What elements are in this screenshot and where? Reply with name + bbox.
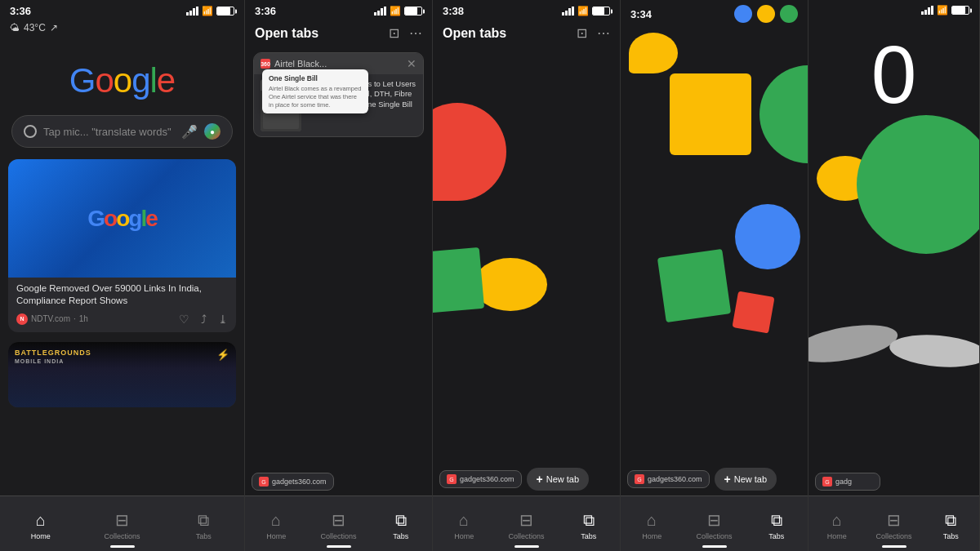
nav-home-5[interactable]: ⌂ Home <box>808 496 866 551</box>
wifi-icon-3: 📶 <box>577 6 589 16</box>
nav-tabs-5[interactable]: ⧉ Tabs <box>922 496 979 551</box>
nav-tabs-label-1: Tabs <box>196 532 212 540</box>
news-source-1: N NDTV.com · 1h <box>16 313 88 325</box>
select-tabs-icon-3[interactable]: ⊡ <box>577 25 587 41</box>
share-icon[interactable]: ⤴ <box>201 313 207 326</box>
tab-favicon: 360 <box>261 59 270 69</box>
search-placeholder: Tap mic... "translate words" <box>43 126 175 138</box>
tab-strip-item-3[interactable]: G gadgets360.com <box>439 470 522 488</box>
nav-collections-1[interactable]: ⊟ Collections <box>82 496 163 551</box>
like-icon[interactable]: ♡ <box>179 313 189 326</box>
shape-red-sq-4 <box>732 291 774 333</box>
shape-lightgrey-5 <box>889 331 979 371</box>
bottom-nav-3: ⌂ Home ⊟ Collections ⧉ Tabs <box>433 495 620 551</box>
tab-tooltip: One Single Bill Airtel Black comes as a … <box>262 69 368 113</box>
more-options-icon-2[interactable]: ⋯ <box>409 25 422 41</box>
location-icon: ↗ <box>50 22 58 33</box>
tabs-icon-1: ⧉ <box>198 511 209 530</box>
status-bar-5: 📶 <box>808 0 979 17</box>
save-icon[interactable]: ⤓ <box>218 313 228 326</box>
shape-green-circle-4 <box>760 65 808 163</box>
tab-strip-5: G gadg <box>808 468 979 495</box>
select-tabs-icon-2[interactable]: ⊡ <box>389 25 399 41</box>
tab-close-btn[interactable]: ✕ <box>407 57 416 70</box>
battery-icon-1 <box>216 7 234 16</box>
mic-icon[interactable]: 🎤 <box>181 124 198 140</box>
nav-collections-4[interactable]: ⊟ Collections <box>683 496 745 551</box>
new-tab-btn-4[interactable]: + New tab <box>715 468 777 491</box>
home-icon-5: ⌂ <box>832 511 842 530</box>
tab-strip-3: G gadgets360.com + New tab <box>433 463 620 495</box>
more-options-icon-3[interactable]: ⋯ <box>597 25 610 41</box>
nav-tabs-3[interactable]: ⧉ Tabs <box>558 496 620 551</box>
new-tab-plus-icon-4: + <box>724 473 731 486</box>
nav-collections-label-1: Collections <box>104 532 140 540</box>
status-time-1: 3:36 <box>10 5 31 17</box>
tab-strip-item-2[interactable]: G gadgets360.com <box>252 473 334 491</box>
tab-strip-favicon-5: G <box>822 477 832 487</box>
shape-blue-circle-4 <box>735 204 800 269</box>
status-icons-1: 📶 <box>186 6 234 16</box>
nav-tabs-label-5: Tabs <box>943 532 959 540</box>
phone-panel-2: 3:36 📶 Open tabs ⊡ ⋯ 360 Airtel Black...… <box>245 0 433 551</box>
weather-icon: 🌤 <box>10 22 20 33</box>
nav-home-label-1: Home <box>31 532 51 540</box>
home-icon-1: ⌂ <box>36 511 46 530</box>
flash-badge: ⚡ <box>216 349 229 361</box>
search-bar[interactable]: Tap mic... "translate words" 🎤 ● <box>11 115 233 148</box>
wifi-icon-2: 📶 <box>390 6 401 16</box>
source-name-1: NDTV.com <box>31 314 70 323</box>
circle-yellow[interactable] <box>757 5 775 23</box>
nav-collections-label-3: Collections <box>508 532 544 540</box>
tab-strip-item-5[interactable]: G gadg <box>815 473 880 491</box>
bottom-nav-1: ⌂ Home ⊟ Collections ⧉ Tabs <box>0 495 244 551</box>
nav-tabs-2[interactable]: ⧉ Tabs <box>370 496 432 551</box>
open-tabs-header-2: Open tabs ⊡ ⋯ <box>245 19 432 46</box>
header-icons-2: ⊡ ⋯ <box>389 25 422 41</box>
source-logo-1: N <box>16 313 28 325</box>
circle-green[interactable] <box>780 5 798 23</box>
nav-collections-2[interactable]: ⊟ Collections <box>307 496 369 551</box>
tab-card-airtel[interactable]: 360 Airtel Black... ✕ Search ⚲ gadgets36… <box>253 52 424 137</box>
news-title-1: Google Removed Over 59000 Links In India… <box>8 278 236 310</box>
new-tab-label-4: New tab <box>734 474 767 484</box>
nav-home-label-3: Home <box>454 532 474 540</box>
nav-tabs-label-4: Tabs <box>768 532 784 540</box>
source-dot-sep: · <box>74 314 76 323</box>
new-tab-btn-3[interactable]: + New tab <box>527 468 590 491</box>
signal-icon-1 <box>186 7 198 16</box>
tooltip-title: One Single Bill <box>269 74 362 82</box>
news-image-battlegrounds: BATTLEGROUNDSMOBILE INDIA ⚡ <box>8 342 236 407</box>
tab-strip-label-3: gadgets360.com <box>460 475 514 483</box>
lens-icon[interactable]: ● <box>204 123 220 140</box>
google-logo: Google <box>0 37 244 109</box>
nav-collections-label-5: Collections <box>875 532 911 540</box>
nav-home-3[interactable]: ⌂ Home <box>433 496 495 551</box>
nav-tabs-1[interactable]: ⧉ Tabs <box>163 496 244 551</box>
nav-tabs-4[interactable]: ⧉ Tabs <box>746 496 808 551</box>
status-bar-2: 3:36 📶 <box>245 0 432 19</box>
news-meta-1: N NDTV.com · 1h ♡ ⤴ ⤓ <box>8 310 236 332</box>
nav-home-1[interactable]: ⌂ Home <box>0 496 82 551</box>
nav-home-4[interactable]: ⌂ Home <box>621 496 683 551</box>
nav-home-label-5: Home <box>827 532 847 540</box>
news-card-battlegrounds[interactable]: BATTLEGROUNDSMOBILE INDIA ⚡ <box>8 342 236 407</box>
circle-blue[interactable] <box>734 5 752 23</box>
battery-icon-3 <box>592 7 610 16</box>
nav-home-2[interactable]: ⌂ Home <box>245 496 307 551</box>
tab-counter: 0 <box>808 17 979 115</box>
tooltip-desc: Airtel Black comes as a revamped One Air… <box>269 85 362 109</box>
tab-site-name: Airtel Black... <box>274 59 327 69</box>
bottom-nav-5: ⌂ Home ⊟ Collections ⧉ Tabs <box>808 495 979 551</box>
weather-temp: 43°C <box>24 22 46 33</box>
header-icons-3: ⊡ ⋯ <box>577 25 610 41</box>
battery-icon-5 <box>951 6 969 15</box>
nav-collections-3[interactable]: ⊟ Collections <box>495 496 557 551</box>
status-icons-3: 📶 <box>562 6 610 16</box>
tab-strip-item-4[interactable]: G gadgets360.com <box>627 470 710 488</box>
google-logo-text: Google <box>16 61 228 100</box>
shape-yellow-sq-4 <box>670 73 751 155</box>
news-card-google[interactable]: Google Google Removed Over 59000 Links I… <box>8 159 236 332</box>
tab-strip-4: G gadgets360.com + New tab <box>621 463 808 495</box>
nav-collections-5[interactable]: ⊟ Collections <box>866 496 923 551</box>
